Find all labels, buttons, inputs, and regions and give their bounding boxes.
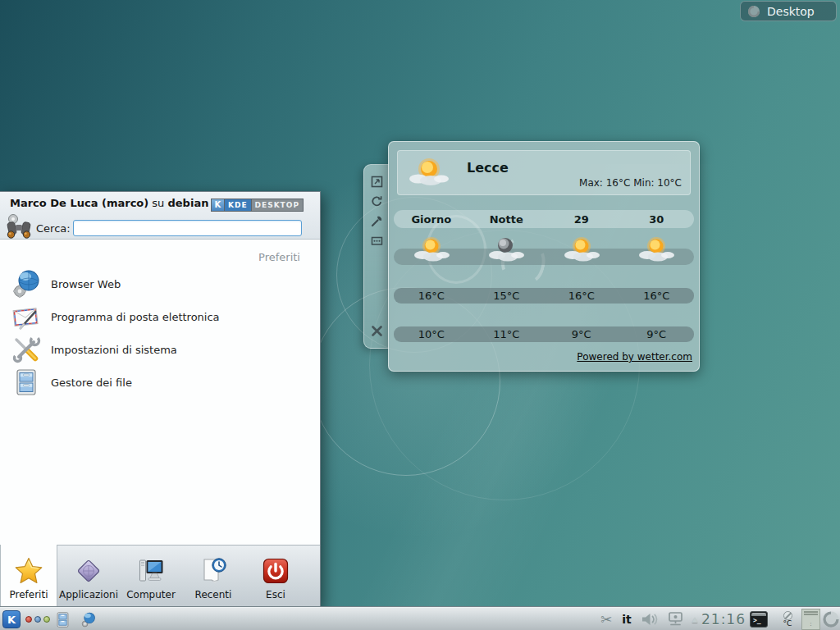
menu-item-browser-web[interactable]: Browser Web (11, 267, 312, 300)
scissors-icon: ✂ (600, 611, 612, 628)
weather-col-label: Notte (469, 213, 545, 226)
kde-badge-label: KDE (225, 199, 252, 211)
weather-widget: Lecce Max: 16°C Min: 10°C Giorno Notte 2… (388, 141, 700, 372)
power-icon (261, 556, 290, 586)
computer-icon (136, 556, 166, 586)
keyboard-layout-indicator[interactable]: it (618, 610, 636, 628)
day-temp: 16°C (619, 290, 695, 302)
night-temp: 9°C (619, 328, 695, 340)
kde-logo-icon: K (212, 199, 225, 211)
kickoff-user-line: Marco De Luca (marco) su debian (10, 197, 208, 209)
search-label: Cerca: (36, 222, 71, 235)
application-launcher-button[interactable]: K (2, 610, 21, 628)
weather-col-label: Giorno (394, 213, 469, 226)
tab-preferiti[interactable]: Preferiti (0, 545, 57, 606)
menu-item-system-settings[interactable]: Impostazioni di sistema (11, 333, 312, 366)
tab-label: Esci (266, 589, 285, 600)
network-tray-item[interactable] (665, 610, 687, 628)
tab-computer[interactable]: Computer (120, 546, 182, 606)
tray-expander-button[interactable]: ▲ (689, 610, 701, 628)
weather-header: Lecce Max: 16°C Min: 10°C (397, 150, 691, 195)
weather-col-label: 30 (619, 213, 695, 226)
panel-toolbox-button[interactable] (821, 610, 840, 628)
red-dot-icon[interactable] (25, 616, 32, 623)
sun-cloud-icon (637, 235, 675, 264)
kickoff-menu: Marco De Luca (marco) su debian K KDE DE… (0, 191, 321, 607)
weather-column-headers: Giorno Notte 29 30 (394, 210, 694, 228)
settings-box-icon[interactable] (370, 234, 384, 248)
binoculars-search-icon (4, 212, 34, 241)
day-temp: 16°C (544, 290, 619, 302)
weather-maxmin: Max: 16°C Min: 10°C (579, 177, 682, 189)
close-icon[interactable] (370, 324, 384, 338)
tab-label: Computer (126, 589, 176, 600)
web-browser-launcher[interactable] (79, 610, 98, 628)
sun-cloud-icon (563, 235, 600, 264)
tab-applicazioni[interactable]: Applicazioni (57, 546, 120, 606)
crossed-tools-icon (11, 335, 41, 364)
weather-credit-link[interactable]: Powered by wetter.com (577, 351, 692, 363)
green-dot-icon[interactable] (43, 616, 50, 623)
menu-item-file-manager[interactable]: Gestore dei file (11, 366, 312, 399)
search-input[interactable] (73, 220, 302, 236)
star-icon (14, 556, 43, 586)
menu-item-label: Gestore dei file (51, 377, 132, 389)
digital-clock[interactable]: 21:16 (700, 610, 747, 628)
weather-icons-row (394, 249, 694, 265)
keyboard-layout-label: it (622, 613, 632, 626)
temp-unit-label: °C (783, 620, 792, 628)
sun-cloud-icon (413, 235, 450, 264)
night-temp: 10°C (394, 328, 469, 340)
sun-cloud-icon (408, 155, 450, 189)
weather-day-temps: 16°C 15°C 16°C 16°C (394, 288, 694, 304)
terminal-icon: >_ (750, 611, 768, 628)
network-monitor-icon (667, 611, 685, 628)
user-name: Marco De Luca (marco) (10, 197, 148, 209)
configure-wrench-icon[interactable] (370, 214, 384, 228)
menu-item-mail-client[interactable]: Programma di posta elettronica (11, 300, 312, 333)
kde-desktop-badge: K KDE DESKTOP (211, 199, 304, 212)
night-temp: 11°C (469, 328, 545, 340)
desktop-badge-label: DESKTOP (252, 199, 303, 211)
taskbar-panel: K ✂ it (0, 607, 840, 630)
menu-item-label: Browser Web (51, 278, 121, 290)
desktop-toolbox-label: Desktop (767, 5, 815, 18)
day-temp: 16°C (394, 290, 469, 302)
no-data-icon (783, 611, 792, 620)
terminal-tray-item[interactable]: >_ (749, 610, 769, 628)
plasmoid-handle[interactable] (363, 164, 389, 349)
weather-city: Lecce (467, 160, 509, 176)
blue-dot-icon[interactable] (34, 616, 41, 623)
clipboard-tray-item[interactable]: ✂ (596, 610, 616, 628)
panel-mini-widget[interactable]: : (801, 609, 820, 630)
host-name: debian (168, 197, 209, 209)
diamond-icon (74, 556, 103, 586)
speaker-icon (641, 612, 660, 627)
kickoff-tab-bar: Preferiti Applicazioni (0, 545, 320, 606)
moon-cloud-icon (487, 235, 525, 264)
mail-pen-icon (11, 302, 41, 331)
weather-col-label: 29 (544, 213, 619, 226)
panel-dots[interactable] (25, 610, 51, 628)
file-cabinet-icon (54, 611, 71, 628)
chevron-up-icon: ▲ (692, 615, 698, 623)
night-temp: 9°C (544, 328, 619, 340)
weather-tray-item[interactable]: °C (777, 610, 798, 628)
weather-night-temps: 10°C 11°C 9°C 9°C (394, 326, 694, 342)
tab-recenti[interactable]: Recenti (182, 546, 244, 606)
rotate-icon[interactable] (370, 194, 384, 208)
tab-esci[interactable]: Esci (244, 546, 307, 606)
plasma-cashew-icon (747, 5, 760, 18)
kickoff-header: Marco De Luca (marco) su debian K KDE DE… (0, 192, 320, 240)
file-manager-launcher[interactable] (52, 610, 72, 628)
tab-label: Recenti (195, 589, 232, 600)
desktop-toolbox-button[interactable]: Desktop (740, 1, 837, 21)
volume-tray-item[interactable] (639, 610, 662, 628)
tab-label: Applicazioni (59, 589, 118, 600)
user-separator: su (148, 197, 167, 209)
tab-label: Preferiti (10, 589, 48, 600)
resize-icon[interactable] (370, 175, 384, 189)
menu-item-label: Programma di posta elettronica (51, 311, 220, 323)
favorites-section-label: Preferiti (258, 251, 300, 263)
menu-item-label: Impostazioni di sistema (51, 344, 177, 356)
